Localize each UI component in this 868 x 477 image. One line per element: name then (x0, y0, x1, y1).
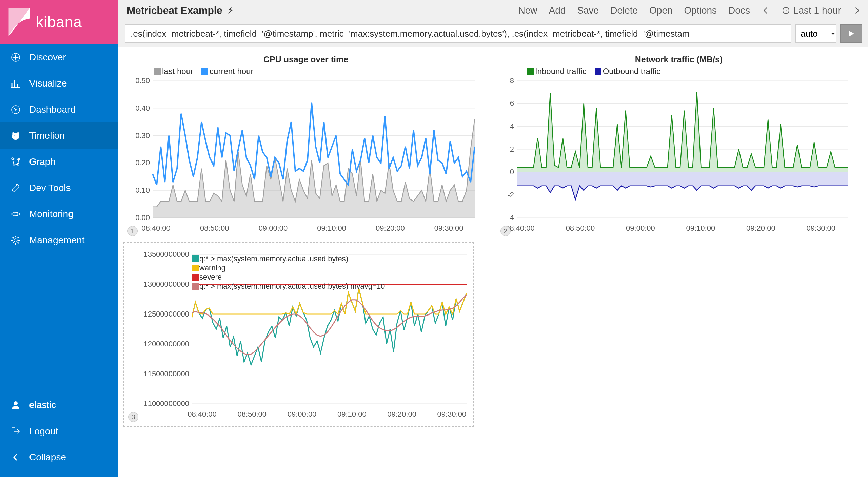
logout-icon (10, 426, 21, 437)
menu-delete[interactable]: Delete (610, 5, 638, 16)
svg-text:0.30: 0.30 (135, 131, 150, 140)
legend-item[interactable]: Outbound traffic (595, 66, 660, 76)
svg-text:12000000000: 12000000000 (143, 340, 189, 348)
sidebar-item-monitoring[interactable]: Monitoring (0, 201, 118, 227)
legend-item[interactable]: severe (192, 273, 385, 282)
chart-index-badge[interactable]: 2 (500, 226, 511, 236)
chart-title: Network traffic (MB/s) (500, 55, 858, 64)
svg-text:08:50:00: 08:50:00 (237, 410, 267, 418)
svg-text:09:20:00: 09:20:00 (376, 224, 405, 232)
svg-text:08:40:00: 08:40:00 (188, 410, 217, 418)
svg-text:2: 2 (510, 145, 514, 153)
query-bar: auto (118, 21, 868, 47)
network-icon (10, 156, 21, 167)
nav-label: Timelion (29, 130, 65, 141)
nav-label: Dashboard (29, 104, 76, 115)
svg-text:11500000000: 11500000000 (143, 369, 189, 378)
kibana-logo[interactable]: kibana (0, 0, 118, 44)
sidebar-item-timelion[interactable]: Timelion (0, 122, 118, 149)
svg-text:09:10:00: 09:10:00 (686, 224, 715, 232)
nav-label: elastic (29, 400, 56, 411)
chart-index-badge[interactable]: 3 (128, 412, 138, 422)
query-input[interactable] (125, 24, 791, 43)
legend-item[interactable]: last hour (154, 66, 193, 76)
bolt-icon[interactable]: ⚡︎ (227, 5, 234, 16)
play-button[interactable] (840, 24, 862, 43)
sidebar-item-dashboard[interactable]: Dashboard (0, 96, 118, 122)
sidebar-item-management[interactable]: Management (0, 227, 118, 253)
chevron-right-icon[interactable] (852, 6, 861, 15)
sidebar-item-discover[interactable]: Discover (0, 44, 118, 70)
legend-item[interactable]: q:* > max(system.memory.actual.used.byte… (192, 254, 385, 263)
svg-text:0.20: 0.20 (135, 158, 150, 167)
chart-plot[interactable]: 0.000.100.200.300.400.5008:40:0008:50:00… (127, 77, 485, 233)
svg-point-11 (14, 401, 18, 405)
play-icon (847, 30, 855, 37)
legend-item[interactable]: current hour (201, 66, 253, 76)
user-icon (10, 400, 21, 411)
chevron-left-icon[interactable] (762, 6, 770, 15)
sidebar-item-elastic[interactable]: elastic (0, 392, 118, 418)
svg-text:0.40: 0.40 (135, 104, 150, 112)
chart-memory-usage[interactable]: 1100000000011500000000120000000001250000… (123, 242, 474, 427)
svg-text:12500000000: 12500000000 (143, 310, 189, 318)
svg-text:0: 0 (510, 168, 514, 176)
time-picker[interactable]: Last 1 hour (782, 5, 841, 16)
legend-item[interactable]: q:* > max(system.memory.actual.used.byte… (192, 282, 385, 291)
sidebar: kibana DiscoverVisualizeDashboardTimelio… (0, 0, 118, 477)
svg-point-9 (14, 212, 17, 216)
chart-title: CPU usage over time (127, 55, 485, 64)
logo-text: kibana (36, 14, 82, 31)
svg-text:-4: -4 (507, 213, 514, 222)
sidebar-nav: DiscoverVisualizeDashboardTimelionGraphD… (0, 44, 118, 392)
wrench-icon (10, 183, 21, 193)
menu-save[interactable]: Save (577, 5, 599, 16)
menu-new[interactable]: New (518, 5, 537, 16)
interval-select[interactable]: auto (795, 24, 836, 43)
nav-label: Dev Tools (29, 183, 71, 193)
svg-text:13000000000: 13000000000 (143, 280, 189, 288)
svg-text:09:10:00: 09:10:00 (337, 410, 367, 418)
time-label: Last 1 hour (793, 5, 841, 16)
svg-text:09:10:00: 09:10:00 (317, 224, 346, 232)
gear-icon (10, 235, 21, 246)
menu-add[interactable]: Add (549, 5, 566, 16)
menu-open[interactable]: Open (649, 5, 673, 16)
legend-item[interactable]: Inbound traffic (527, 66, 587, 76)
main-content: Metricbeat Example ⚡︎ NewAddSaveDeleteOp… (118, 0, 868, 477)
svg-text:6: 6 (510, 99, 514, 108)
sidebar-item-logout[interactable]: Logout (0, 418, 118, 444)
chart-network-traffic[interactable]: Network traffic (MB/s)Inbound trafficOut… (496, 51, 861, 240)
page-title: Metricbeat Example (127, 5, 222, 16)
svg-point-4 (17, 135, 18, 136)
chart-cpu-usage[interactable]: CPU usage over timelast hourcurrent hour… (123, 51, 488, 240)
sidebar-item-dev-tools[interactable]: Dev Tools (0, 175, 118, 201)
gauge-icon (10, 104, 21, 115)
svg-text:08:40:00: 08:40:00 (141, 224, 171, 232)
bar-chart-icon (10, 78, 21, 89)
svg-text:-2: -2 (507, 191, 514, 199)
svg-text:0.00: 0.00 (135, 213, 150, 222)
nav-label: Discover (29, 52, 66, 63)
nav-label: Logout (29, 426, 58, 437)
legend-item[interactable]: warning (192, 264, 385, 272)
svg-text:09:30:00: 09:30:00 (437, 410, 467, 418)
svg-text:11000000000: 11000000000 (143, 399, 189, 408)
svg-text:09:20:00: 09:20:00 (387, 410, 416, 418)
svg-point-10 (14, 238, 17, 242)
menu-docs[interactable]: Docs (728, 5, 750, 16)
topbar: Metricbeat Example ⚡︎ NewAddSaveDeleteOp… (118, 0, 868, 21)
charts-area: CPU usage over timelast hourcurrent hour… (118, 47, 868, 477)
clock-icon (782, 6, 790, 15)
svg-text:0.10: 0.10 (135, 186, 150, 194)
chart-plot[interactable]: -4-20246808:40:0008:50:0009:00:0009:10:0… (500, 77, 858, 233)
svg-text:09:00:00: 09:00:00 (259, 224, 288, 232)
nav-label: Visualize (29, 78, 67, 89)
chart-index-badge[interactable]: 1 (127, 226, 138, 236)
svg-text:09:00:00: 09:00:00 (626, 224, 655, 232)
sidebar-item-visualize[interactable]: Visualize (0, 70, 118, 96)
sidebar-item-collapse[interactable]: Collapse (0, 444, 118, 470)
sidebar-item-graph[interactable]: Graph (0, 149, 118, 175)
menu-options[interactable]: Options (684, 5, 717, 16)
nav-label: Graph (29, 156, 56, 167)
